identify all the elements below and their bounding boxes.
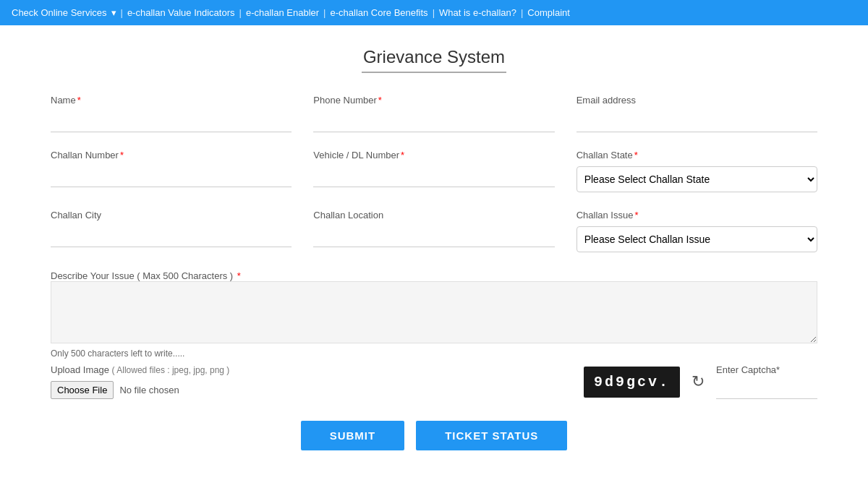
- describe-issue-textarea[interactable]: [51, 281, 817, 343]
- vehicle-dl-group: Vehicle / DL Number*: [313, 150, 554, 192]
- ticket-status-button[interactable]: TICKET STATUS: [416, 421, 567, 450]
- submit-button[interactable]: SUBMIT: [301, 421, 405, 450]
- challan-city-input[interactable]: [51, 226, 292, 247]
- title-divider: [362, 72, 506, 73]
- challan-location-group: Challan Location: [313, 210, 554, 252]
- nav-check-online-services[interactable]: Check Online Services: [12, 7, 107, 18]
- nav-complaint[interactable]: Complaint: [527, 7, 570, 18]
- nav-value-indicators[interactable]: e-challan Value Indicators: [127, 7, 235, 18]
- captcha-refresh-icon[interactable]: ↻: [692, 372, 705, 391]
- email-input[interactable]: [576, 111, 817, 132]
- upload-section: Upload Image ( Allowed files : jpeg, jpg…: [51, 364, 229, 399]
- nav-sep-3: |: [323, 7, 326, 18]
- challan-city-group: Challan City: [51, 210, 292, 252]
- file-name-display: No file chosen: [119, 385, 179, 395]
- vehicle-dl-label: Vehicle / DL Number*: [313, 150, 554, 160]
- nav-sep-2: |: [239, 7, 242, 18]
- nav-sep-4: |: [433, 7, 435, 18]
- challan-number-input[interactable]: [51, 166, 292, 187]
- challan-state-group: Challan State* Please Select Challan Sta…: [576, 150, 817, 192]
- challan-city-label: Challan City: [51, 210, 292, 221]
- upload-captcha-row: Upload Image ( Allowed files : jpeg, jpg…: [51, 364, 817, 399]
- phone-group: Phone Number*: [313, 95, 554, 132]
- challan-location-input[interactable]: [313, 226, 554, 247]
- challan-issue-label: Challan Issue*: [576, 210, 817, 221]
- phone-label: Phone Number*: [313, 95, 554, 106]
- nav-dropdown-icon: ▾: [111, 7, 116, 18]
- captcha-input-group: Enter Captcha*: [716, 364, 817, 399]
- vehicle-dl-input[interactable]: [313, 166, 554, 187]
- nav-sep-1: |: [121, 7, 123, 18]
- challan-location-label: Challan Location: [313, 210, 554, 221]
- captcha-label: Enter Captcha*: [716, 364, 817, 375]
- describe-issue-section: Describe Your Issue ( Max 500 Characters…: [51, 270, 817, 359]
- form-row-2: Challan Number* Vehicle / DL Number* Cha…: [51, 150, 817, 192]
- name-input[interactable]: [51, 111, 292, 132]
- challan-number-label: Challan Number*: [51, 150, 292, 160]
- challan-number-group: Challan Number*: [51, 150, 292, 192]
- describe-issue-label: Describe Your Issue ( Max 500 Characters…: [51, 270, 241, 281]
- char-remaining: Only 500 characters left to write.....: [51, 348, 817, 359]
- challan-issue-group: Challan Issue* Please Select Challan Iss…: [576, 210, 817, 252]
- form-row-1: Name* Phone Number* Email address: [51, 95, 817, 132]
- email-label: Email address: [576, 95, 817, 106]
- nav-what-is-echallan[interactable]: What is e-challan?: [439, 7, 516, 18]
- form-buttons-row: SUBMIT TICKET STATUS: [51, 421, 817, 450]
- nav-enabler[interactable]: e-challan Enabler: [246, 7, 319, 18]
- grievance-form: Name* Phone Number* Email address Challa…: [51, 95, 817, 450]
- captcha-area: 9d9gcv. ↻ Enter Captcha*: [584, 364, 817, 399]
- top-navigation: Check Online Services ▾ | e-challan Valu…: [0, 0, 868, 25]
- main-content: Grievance System Name* Phone Number* Ema…: [36, 25, 832, 479]
- phone-input[interactable]: [313, 111, 554, 132]
- captcha-image: 9d9gcv.: [584, 367, 680, 398]
- challan-state-select[interactable]: Please Select Challan State: [576, 166, 817, 192]
- form-row-3: Challan City Challan Location Challan Is…: [51, 210, 817, 252]
- nav-sep-5: |: [521, 7, 523, 18]
- email-group: Email address: [576, 95, 817, 132]
- file-input-row: Choose File No file chosen: [51, 381, 229, 399]
- challan-state-label: Challan State*: [576, 150, 817, 160]
- name-group: Name*: [51, 95, 292, 132]
- upload-label: Upload Image ( Allowed files : jpeg, jpg…: [51, 364, 229, 375]
- nav-core-benefits[interactable]: e-challan Core Benefits: [330, 7, 427, 18]
- captcha-input[interactable]: [716, 378, 817, 399]
- challan-issue-select[interactable]: Please Select Challan Issue: [576, 226, 817, 252]
- choose-file-button[interactable]: Choose File: [51, 381, 114, 399]
- page-title: Grievance System: [51, 47, 817, 67]
- name-label: Name*: [51, 95, 292, 106]
